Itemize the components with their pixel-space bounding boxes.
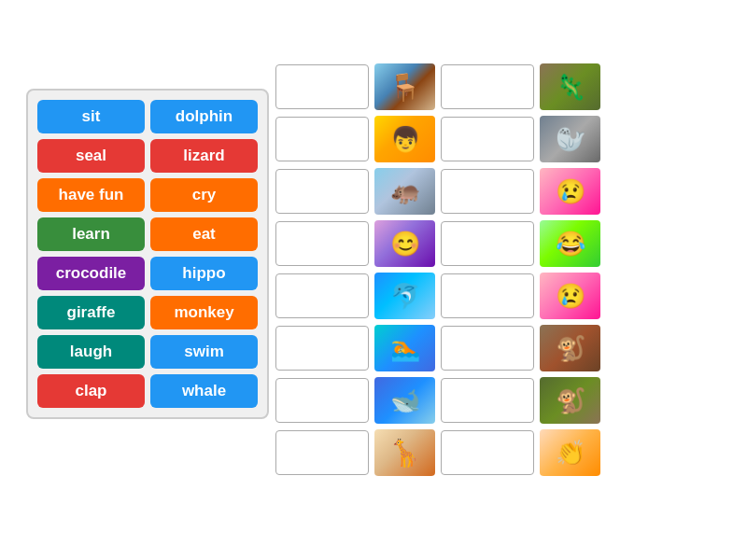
- drop-box-6a[interactable]: [275, 326, 369, 371]
- match-row-8: [275, 429, 724, 476]
- word-tile-giraffe[interactable]: giraffe: [37, 296, 145, 329]
- match-row-4: [275, 220, 724, 267]
- match-row-6: [275, 325, 724, 371]
- photo-crocodile: [540, 377, 600, 424]
- drop-box-7a[interactable]: [275, 378, 369, 423]
- word-tile-have-fun[interactable]: have fun: [37, 178, 145, 212]
- word-tile-monkey[interactable]: monkey: [150, 296, 258, 329]
- photo-lizard: [540, 63, 600, 110]
- photo-learn: [374, 116, 435, 162]
- drop-box-1a[interactable]: [275, 64, 369, 109]
- photo-seal: [540, 116, 600, 162]
- drop-box-3a[interactable]: [275, 169, 369, 214]
- photo-cry-2: [540, 273, 600, 319]
- photo-whale: [374, 377, 435, 424]
- match-row-2: [275, 116, 724, 162]
- word-tile-seal[interactable]: seal: [37, 139, 145, 173]
- photo-swim: [374, 325, 435, 371]
- drop-box-8a[interactable]: [275, 430, 369, 475]
- drop-box-4b[interactable]: [441, 221, 534, 266]
- photo-hippo: [374, 168, 435, 215]
- match-row-1: [275, 63, 724, 110]
- drop-box-3b[interactable]: [441, 169, 534, 214]
- match-row-3: [275, 168, 724, 215]
- photo-dolphin: [374, 273, 435, 319]
- drop-box-5b[interactable]: [441, 273, 534, 318]
- word-tile-cry[interactable]: cry: [150, 178, 258, 212]
- photo-giraffe: [374, 429, 435, 476]
- drop-box-6b[interactable]: [441, 326, 534, 371]
- drop-box-5a[interactable]: [275, 273, 369, 318]
- photo-clap: [540, 429, 600, 476]
- drop-box-8b[interactable]: [441, 430, 534, 475]
- word-tile-eat[interactable]: eat: [150, 217, 258, 251]
- match-row-7: [275, 377, 724, 424]
- drop-box-2b[interactable]: [441, 117, 534, 161]
- word-tile-crocodile[interactable]: crocodile: [37, 257, 145, 290]
- word-tiles-panel: sit dolphin seal lizard have fun cry lea…: [26, 89, 269, 419]
- word-tile-dolphin[interactable]: dolphin: [150, 100, 258, 133]
- word-tile-clap[interactable]: clap: [37, 374, 145, 408]
- word-tile-sit[interactable]: sit: [37, 100, 145, 133]
- match-area: [275, 63, 724, 482]
- drop-box-1b[interactable]: [441, 64, 534, 109]
- photo-laugh: [540, 220, 600, 267]
- drop-box-7b[interactable]: [441, 378, 534, 423]
- word-tile-lizard[interactable]: lizard: [150, 139, 258, 173]
- photo-havefun: [374, 220, 435, 267]
- word-tile-learn[interactable]: learn: [37, 217, 145, 251]
- photo-cry: [540, 168, 600, 215]
- photo-sit: [374, 63, 435, 110]
- photo-monkey: [540, 325, 600, 371]
- drop-box-4a[interactable]: [275, 221, 369, 266]
- word-tile-hippo[interactable]: hippo: [150, 257, 258, 290]
- word-tile-laugh[interactable]: laugh: [37, 335, 145, 369]
- word-tile-swim[interactable]: swim: [150, 335, 258, 369]
- word-tile-whale[interactable]: whale: [150, 374, 258, 408]
- drop-box-2a[interactable]: [275, 117, 369, 161]
- match-row-5: [275, 273, 724, 319]
